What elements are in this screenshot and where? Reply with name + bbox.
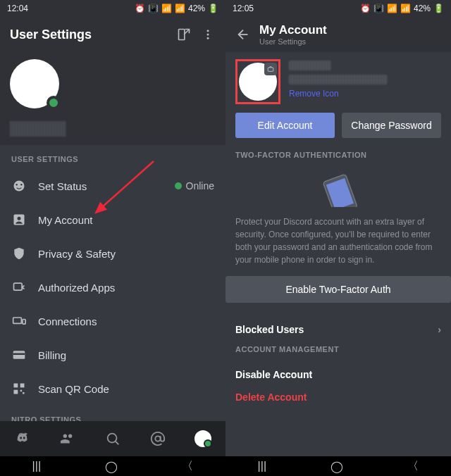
page-subtitle: User Settings [259, 37, 441, 46]
battery-percent: 42% [414, 4, 431, 13]
edit-account-button[interactable]: Edit Account [235, 113, 335, 138]
menu-label: Billing [38, 349, 214, 361]
nav-discord-icon[interactable] [14, 430, 31, 447]
bottom-nav [0, 421, 226, 456]
battery-icon: 🔋 [433, 4, 444, 13]
section-2fa: TWO-FACTOR AUTHENTICATION [235, 151, 441, 159]
disable-account-row[interactable]: Disable Account [235, 362, 441, 387]
email-redacted [289, 75, 388, 84]
twofa-description: Protect your Discord account with an ext… [235, 215, 441, 266]
nav-friends-icon[interactable] [59, 430, 76, 447]
svg-rect-18 [23, 392, 25, 394]
screen-user-settings: 12:04 ⏰ 📳 📶 📶 42% 🔋 User Settings USER S… [0, 0, 226, 476]
change-password-button[interactable]: Change Password [342, 113, 441, 138]
svg-point-8 [18, 217, 21, 220]
svg-rect-16 [14, 390, 18, 394]
menu-privacy[interactable]: Privacy & Safety [0, 237, 226, 270]
sys-back-icon[interactable]: 〈 [182, 459, 193, 474]
blocked-users-row[interactable]: Blocked Users › [235, 314, 441, 345]
signal-icon: 📶 [400, 4, 411, 13]
menu-label: Set Status [38, 180, 163, 192]
svg-rect-14 [14, 384, 18, 388]
online-label: Online [186, 180, 214, 192]
page-title: My Account [259, 23, 441, 37]
sys-recent-icon[interactable]: ||| [32, 460, 41, 472]
svg-point-4 [14, 181, 25, 192]
sys-home-icon[interactable]: ◯ [330, 460, 343, 473]
clock: 12:04 [7, 4, 28, 13]
profile-row: Remove Icon [235, 59, 441, 104]
blocked-users-label: Blocked Users [235, 324, 304, 335]
section-label-user-settings: USER SETTINGS [0, 145, 226, 169]
status-icons: ⏰ 📳 📶 📶 42% 🔋 [135, 4, 218, 13]
system-nav: ||| ◯ 〈 [226, 456, 451, 476]
status-indicator [47, 96, 61, 110]
sys-recent-icon[interactable]: ||| [258, 460, 266, 472]
header: User Settings [0, 17, 226, 52]
nav-profile-avatar[interactable] [194, 430, 211, 447]
menu-scan-qr[interactable]: Scan QR Code [0, 372, 226, 406]
qr-icon [11, 381, 27, 396]
account-body: Remove Icon Edit Account Change Password… [226, 52, 451, 476]
svg-rect-13 [13, 353, 25, 356]
avatar[interactable] [10, 59, 59, 108]
chevron-right-icon: › [438, 324, 441, 335]
delete-account-row[interactable]: Delete Account [235, 387, 441, 407]
battery-icon: 🔋 [208, 4, 218, 13]
more-icon[interactable] [200, 27, 216, 42]
vibrate-icon: 📳 [373, 4, 384, 13]
username-redacted [289, 61, 331, 70]
status-icon [11, 178, 27, 194]
header: My Account User Settings [226, 17, 451, 52]
username-row [0, 121, 226, 145]
status-bar: 12:04 ⏰ 📳 📶 📶 42% 🔋 [0, 0, 226, 17]
profile-block [0, 52, 226, 121]
svg-point-6 [20, 184, 23, 186]
menu-label: Authorized Apps [38, 282, 214, 294]
exit-icon[interactable] [176, 27, 192, 42]
clock: 12:05 [233, 4, 254, 13]
alarm-icon: ⏰ [135, 4, 145, 13]
menu-label: Scan QR Code [38, 383, 214, 395]
account-icon [11, 212, 27, 227]
sys-home-icon[interactable]: ◯ [105, 460, 118, 473]
avatar-highlight[interactable] [235, 59, 280, 104]
remove-icon-link[interactable]: Remove Icon [289, 89, 441, 99]
vibrate-icon: 📳 [148, 4, 159, 13]
billing-icon [11, 347, 27, 363]
svg-rect-10 [13, 318, 22, 323]
wifi-icon: 📶 [387, 4, 397, 13]
online-dot-icon [175, 182, 182, 189]
section-account-mgmt: ACCOUNT MANAGEMENT [235, 345, 441, 353]
nav-search-icon[interactable] [104, 430, 121, 447]
button-row: Edit Account Change Password [235, 113, 441, 138]
enable-2fa-button[interactable]: Enable Two-Factor Auth [226, 276, 451, 303]
edit-avatar-icon[interactable] [264, 63, 277, 75]
connections-icon [11, 313, 27, 329]
svg-rect-9 [14, 283, 23, 290]
menu-label: Connections [38, 315, 214, 327]
menu-connections[interactable]: Connections [0, 304, 226, 338]
sys-back-icon[interactable]: 〈 [407, 459, 419, 474]
header-titles: My Account User Settings [259, 23, 441, 46]
svg-point-3 [207, 37, 209, 39]
menu-my-account[interactable]: My Account [0, 203, 226, 237]
menu-billing[interactable]: Billing [0, 338, 226, 372]
svg-point-21 [155, 436, 160, 441]
wifi-icon: 📶 [161, 4, 172, 13]
username-redacted [10, 121, 66, 137]
user-info: Remove Icon [289, 59, 441, 99]
disable-account-label: Disable Account [235, 369, 312, 380]
svg-point-20 [108, 434, 117, 443]
nav-mentions-icon[interactable] [149, 430, 166, 447]
screen-my-account: 12:05 ⏰ 📳 📶 📶 42% 🔋 My Account User Sett… [226, 0, 451, 476]
svg-rect-0 [179, 30, 185, 40]
signal-icon: 📶 [175, 4, 185, 13]
phone-illustration [235, 172, 441, 207]
menu-set-status[interactable]: Set Status Online [0, 169, 226, 203]
menu-authorized-apps[interactable]: Authorized Apps [0, 270, 226, 304]
svg-point-5 [16, 184, 18, 186]
status-bar: 12:05 ⏰ 📳 📶 📶 42% 🔋 [226, 0, 451, 17]
delete-account-label: Delete Account [235, 392, 307, 403]
back-icon[interactable] [235, 27, 251, 42]
